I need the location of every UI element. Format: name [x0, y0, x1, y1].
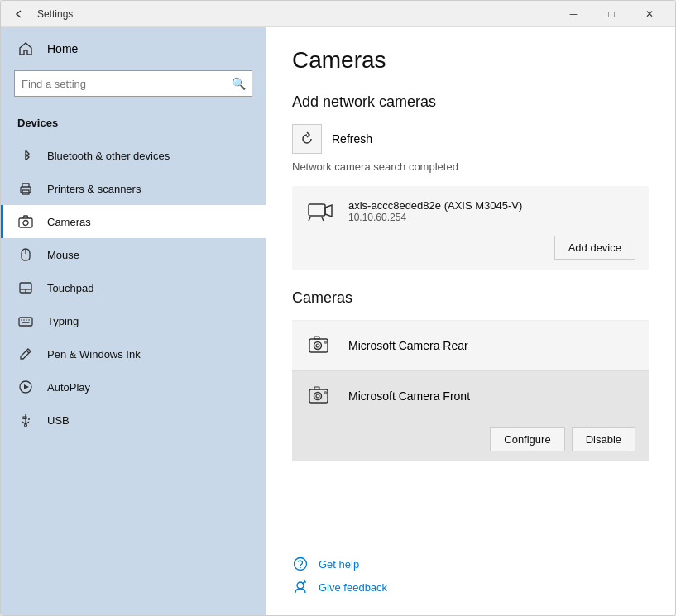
get-help-label: Get help [319, 558, 359, 571]
network-camera-name: axis-accc8eded82e (AXIS M3045-V) [348, 199, 635, 212]
svg-rect-27 [309, 339, 328, 352]
svg-point-28 [314, 342, 322, 350]
pen-icon [17, 346, 34, 362]
svg-rect-35 [314, 387, 319, 389]
main-layout: Home 🔍 Devices Bluetooth & other devices [1, 27, 675, 615]
content-area: Cameras Add network cameras Refresh Netw… [266, 27, 675, 615]
touchpad-icon [17, 279, 34, 296]
refresh-button[interactable] [292, 124, 322, 154]
close-button[interactable]: ✕ [630, 1, 669, 27]
sidebar: Home 🔍 Devices Bluetooth & other devices [1, 27, 266, 615]
svg-line-26 [322, 217, 324, 221]
refresh-icon [300, 131, 314, 146]
bluetooth-icon [17, 147, 34, 164]
svg-rect-2 [19, 218, 32, 227]
window-title: Settings [37, 8, 554, 20]
sidebar-item-typing[interactable]: Typing [1, 304, 266, 337]
sidebar-section-title: Devices [1, 110, 266, 139]
svg-point-22 [25, 424, 27, 427]
network-camera-card: axis-accc8eded82e (AXIS M3045-V) 10.10.6… [292, 186, 649, 270]
search-input[interactable] [14, 70, 252, 97]
mouse-label: Mouse [47, 249, 79, 261]
search-status: Network camera search completed [292, 160, 649, 173]
sidebar-item-pen[interactable]: Pen & Windows Ink [1, 337, 266, 370]
autoplay-label: AutoPlay [47, 381, 90, 394]
sidebar-item-home[interactable]: Home [1, 27, 266, 70]
sidebar-item-bluetooth[interactable]: Bluetooth & other devices [1, 139, 266, 172]
camera-card-footer: Configure Disable [292, 421, 649, 461]
svg-marker-24 [325, 205, 332, 217]
autoplay-icon [17, 379, 34, 395]
give-feedback-label: Give feedback [319, 581, 387, 594]
network-camera-ip: 10.10.60.254 [348, 212, 635, 223]
refresh-row: Refresh [292, 124, 649, 154]
home-label: Home [47, 42, 78, 55]
window-controls: ─ □ ✕ [554, 1, 669, 27]
svg-rect-23 [309, 204, 325, 216]
sidebar-item-mouse[interactable]: Mouse [1, 238, 266, 271]
typing-label: Typing [47, 315, 79, 327]
usb-label: USB [47, 414, 70, 427]
give-feedback-icon [292, 579, 309, 595]
page-title: Cameras [292, 47, 649, 74]
camera-front-name: Microsoft Camera Front [348, 389, 470, 403]
minimize-button[interactable]: ─ [554, 1, 592, 27]
add-device-button[interactable]: Add device [554, 236, 635, 260]
titlebar: Settings ─ □ ✕ [1, 1, 675, 27]
disable-button[interactable]: Disable [572, 427, 635, 451]
usb-icon [17, 412, 34, 428]
printer-icon [17, 180, 34, 197]
camera-front-item[interactable]: Microsoft Camera Front [292, 370, 649, 421]
svg-rect-30 [314, 337, 319, 339]
svg-point-38 [300, 567, 301, 569]
keyboard-icon [17, 313, 34, 329]
restore-button[interactable]: □ [592, 1, 630, 27]
network-camera-icon [305, 196, 335, 226]
camera-rear-item[interactable]: Microsoft Camera Rear [292, 320, 649, 370]
camera-nav-icon [17, 213, 34, 230]
pen-label: Pen & Windows Ink [47, 348, 141, 361]
cameras-card: Microsoft Camera Rear Microsoft Camera [292, 320, 649, 461]
svg-rect-32 [309, 389, 328, 403]
svg-point-29 [316, 344, 319, 347]
network-camera-details: axis-accc8eded82e (AXIS M3045-V) 10.10.6… [348, 199, 635, 223]
sidebar-item-touchpad[interactable]: Touchpad [1, 271, 266, 304]
svg-point-34 [316, 394, 319, 398]
camera-rear-name: Microsoft Camera Rear [348, 339, 468, 352]
back-button[interactable] [7, 2, 31, 26]
svg-line-14 [26, 351, 29, 353]
add-network-cameras-title: Add network cameras [292, 93, 649, 111]
back-icon [14, 9, 24, 19]
network-camera-info: axis-accc8eded82e (AXIS M3045-V) 10.10.6… [305, 196, 635, 226]
svg-line-25 [309, 217, 310, 221]
home-icon [17, 41, 34, 57]
sidebar-item-autoplay[interactable]: AutoPlay [1, 370, 266, 404]
svg-rect-36 [324, 392, 327, 394]
camera-rear-icon [305, 331, 335, 361]
settings-window: Settings ─ □ ✕ Home 🔍 [0, 0, 676, 616]
sidebar-search-container: 🔍 [14, 70, 252, 97]
refresh-label: Refresh [332, 132, 372, 146]
get-help-icon [292, 556, 309, 572]
sidebar-item-cameras[interactable]: Cameras [1, 205, 266, 238]
network-camera-footer: Add device [305, 236, 635, 260]
configure-button[interactable]: Configure [490, 427, 564, 451]
printers-label: Printers & scanners [47, 183, 141, 195]
sidebar-item-printers[interactable]: Printers & scanners [1, 172, 266, 205]
svg-rect-31 [324, 341, 327, 343]
sidebar-item-usb[interactable]: USB [1, 404, 266, 437]
give-feedback-link[interactable]: Give feedback [292, 579, 649, 595]
mouse-icon [17, 246, 34, 263]
get-help-link[interactable]: Get help [292, 556, 649, 572]
svg-rect-8 [19, 318, 32, 326]
footer-links: Get help Give feedback [292, 536, 649, 595]
svg-marker-16 [24, 384, 29, 389]
svg-point-3 [23, 221, 28, 226]
touchpad-label: Touchpad [47, 282, 93, 294]
svg-point-33 [314, 393, 322, 400]
cameras-section-title: Cameras [292, 289, 649, 307]
cameras-label: Cameras [47, 216, 91, 228]
search-icon: 🔍 [232, 77, 246, 90]
camera-front-icon [305, 381, 335, 411]
bluetooth-label: Bluetooth & other devices [47, 150, 170, 162]
